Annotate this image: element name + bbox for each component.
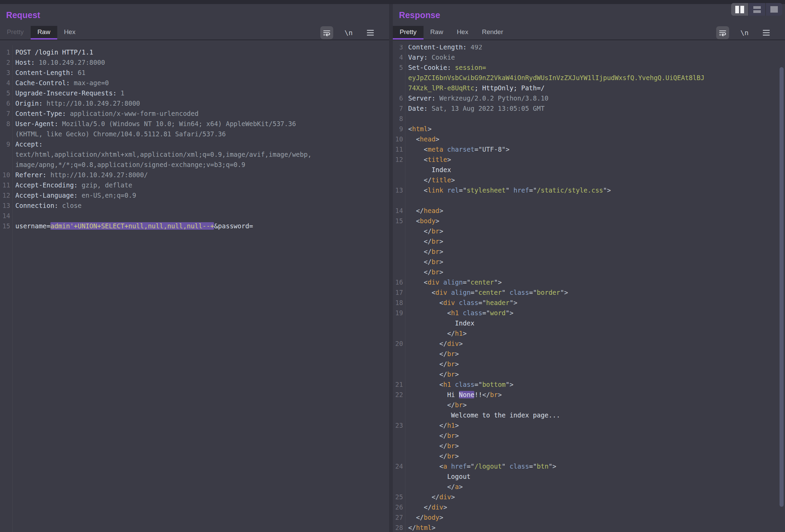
line-number: 10: [0, 170, 10, 180]
wrap-lines-icon[interactable]: [320, 26, 333, 39]
request-editor[interactable]: 1POST /login HTTP/1.12Host: 10.10.249.27…: [0, 45, 389, 532]
code-line: 15username=admin'+UNION+SELECT+null,null…: [0, 221, 389, 231]
response-panel: Response Pretty Raw Hex Render \n: [393, 4, 785, 532]
code-line: 4Vary: Cookie: [393, 52, 785, 62]
line-number: 6: [393, 93, 403, 103]
code-line: 24 <a href="/logout" class="btn">: [393, 461, 785, 471]
code-line: </br>: [393, 226, 785, 236]
code-line: 6Server: Werkzeug/2.0.2 Python/3.8.10: [393, 93, 785, 103]
code-line: 9<html>: [393, 124, 785, 134]
line-number: 3: [393, 45, 403, 52]
panel-divider[interactable]: [389, 4, 393, 532]
code-line: Index: [393, 165, 785, 175]
code-line: Welcome to the index page...: [393, 410, 785, 420]
code-line: 23 </h1>: [393, 420, 785, 430]
single-pane-view-button[interactable]: [765, 3, 782, 16]
tab-request-raw[interactable]: Raw: [31, 26, 57, 40]
tab-request-pretty[interactable]: Pretty: [0, 26, 31, 40]
split-rows-view-button[interactable]: [748, 3, 765, 16]
response-panel-header: Response: [393, 4, 785, 26]
line-number: 3: [0, 67, 10, 78]
line-number: 21: [393, 379, 403, 390]
code-line: </br>: [393, 246, 785, 257]
line-number: 26: [393, 502, 403, 512]
code-line: 1POST /login HTTP/1.1: [0, 47, 389, 57]
line-number: 14: [393, 206, 403, 216]
response-panel-title: Response: [399, 10, 440, 20]
tab-response-raw[interactable]: Raw: [424, 26, 450, 40]
line-number: 1: [0, 47, 10, 57]
code-line: </br>: [393, 451, 785, 461]
code-line: </br>: [393, 359, 785, 369]
code-line: 26 </div>: [393, 502, 785, 512]
line-number: 7: [0, 108, 10, 119]
code-line: 4Cache-Control: max-age=0: [0, 78, 389, 88]
code-line: 9Accept:: [0, 139, 389, 149]
layout-view-toggle: [731, 3, 782, 16]
code-line: Index: [393, 318, 785, 328]
code-line: </br>: [393, 369, 785, 379]
response-scrollbar[interactable]: [780, 67, 784, 507]
line-number: 11: [0, 180, 10, 190]
newline-icon[interactable]: \n: [738, 26, 751, 39]
code-line: [393, 195, 785, 206]
response-editor-toolbar: \n: [716, 26, 773, 40]
code-line: 14 </head>: [393, 206, 785, 216]
split-columns-view-button[interactable]: [731, 3, 748, 16]
code-line: 7Date: Sat, 13 Aug 2022 13:05:05 GMT: [393, 103, 785, 113]
request-tab-bar: Pretty Raw Hex \n: [0, 26, 389, 40]
code-line: 15 <body>: [393, 216, 785, 226]
code-line: 19 <h1 class="word">: [393, 308, 785, 318]
line-number: 13: [393, 185, 403, 195]
code-line: 12Accept-Language: en-US,en;q=0.9: [0, 190, 389, 200]
code-line: 7Content-Type: application/x-www-form-ur…: [0, 108, 389, 119]
response-editor[interactable]: 3Content-Length: 4924Vary: Cookie5Set-Co…: [393, 45, 785, 532]
code-line: 5Upgrade-Insecure-Requests: 1: [0, 88, 389, 98]
rows-icon: [753, 10, 761, 13]
line-number: 19: [393, 308, 403, 318]
code-line: 22 Hi None!!</br>: [393, 390, 785, 400]
code-line: 2Host: 10.10.249.27:8000: [0, 57, 389, 67]
line-number: 22: [393, 390, 403, 400]
line-number: 5: [0, 88, 10, 98]
wrap-lines-icon[interactable]: [716, 26, 729, 39]
code-line: 3Content-Length: 492: [393, 45, 785, 52]
newline-icon[interactable]: \n: [342, 26, 355, 39]
tab-response-hex[interactable]: Hex: [450, 26, 475, 40]
columns-icon: [735, 6, 739, 13]
code-line: 16 <div align="center">: [393, 277, 785, 287]
single-pane-icon: [770, 6, 778, 13]
line-number: 20: [393, 338, 403, 349]
line-number: 8: [0, 119, 10, 129]
line-number: 2: [0, 57, 10, 67]
request-editor-toolbar: \n: [320, 26, 377, 40]
code-line: 13 <link rel="stylesheet" href="/static/…: [393, 185, 785, 195]
code-line: 10 <head>: [393, 134, 785, 144]
code-line: Logout: [393, 471, 785, 482]
rows-icon: [753, 6, 761, 9]
line-number: 27: [393, 512, 403, 522]
code-line: 6Origin: http://10.10.249.27:8000: [0, 98, 389, 108]
tab-response-pretty[interactable]: Pretty: [393, 26, 424, 40]
request-panel-header: Request: [0, 4, 389, 26]
line-number: 14: [0, 211, 10, 221]
menu-icon[interactable]: [760, 26, 773, 39]
line-number: 9: [393, 124, 403, 134]
response-code: 3Content-Length: 4924Vary: Cookie5Set-Co…: [393, 45, 785, 532]
code-line: </br>: [393, 400, 785, 410]
tab-request-hex[interactable]: Hex: [57, 26, 82, 40]
code-line: 8User-Agent: Mozilla/5.0 (Windows NT 10.…: [0, 119, 389, 129]
line-number: 18: [393, 298, 403, 308]
code-line: 14: [0, 211, 389, 221]
menu-icon[interactable]: [364, 26, 377, 39]
line-number: 25: [393, 492, 403, 502]
code-line: </br>: [393, 257, 785, 267]
code-line: 20 </div>: [393, 338, 785, 349]
line-number: 4: [393, 52, 403, 62]
request-panel-title: Request: [6, 10, 40, 20]
code-line: image/apng,*/*;q=0.8,application/signed-…: [0, 159, 389, 170]
tab-response-render[interactable]: Render: [475, 26, 510, 40]
code-line: 18 <div class="header">: [393, 298, 785, 308]
request-code: 1POST /login HTTP/1.12Host: 10.10.249.27…: [0, 45, 389, 231]
line-number: 12: [0, 190, 10, 200]
